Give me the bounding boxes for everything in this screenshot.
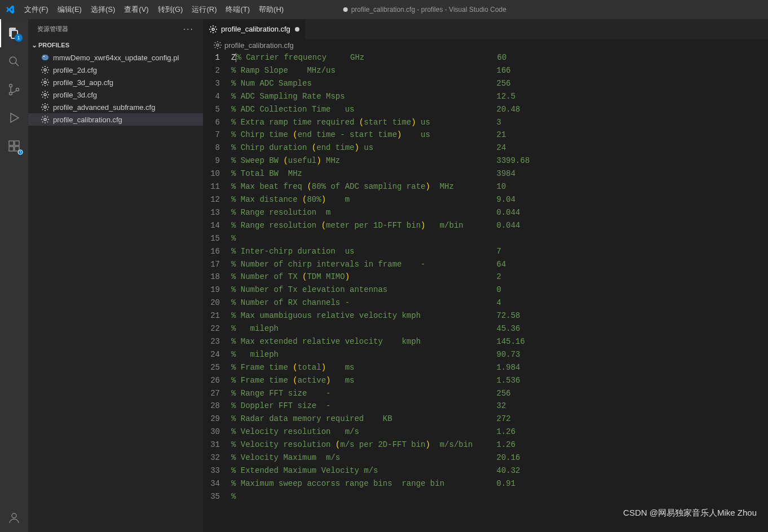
menu-item-4[interactable]: 转到(G)	[153, 0, 188, 19]
perl-icon	[41, 53, 50, 62]
code-line: 22% mileph 45.36	[203, 322, 768, 335]
line-number: 14	[203, 219, 231, 232]
file-item-profile-3d-aop-cfg[interactable]: profile_3d_aop.cfg	[28, 76, 203, 88]
sidebar-more-icon[interactable]: ···	[183, 24, 194, 34]
line-number: 31	[203, 438, 231, 451]
extensions-clock-badge-icon	[17, 149, 23, 155]
line-content: % Range FFT size - 256	[231, 387, 768, 400]
menu-item-0[interactable]: 文件(F)	[20, 0, 53, 19]
line-content: % Extended Maximum Velocity m/s 40.32	[231, 464, 768, 477]
line-content: % Maximum sweep accorss range bins range…	[231, 477, 768, 490]
file-item-profile-3d-cfg[interactable]: profile_3d.cfg	[28, 88, 203, 101]
line-content: % Velocity Maximum m/s 20.16	[231, 451, 768, 464]
gear-icon	[209, 25, 218, 34]
window-title-text: profile_calibration.cfg - profiles - Vis…	[351, 6, 506, 14]
gear-icon	[213, 41, 222, 50]
svg-rect-7	[15, 141, 19, 145]
file-item-profile-calibration-cfg[interactable]: profile_calibration.cfg	[28, 113, 203, 126]
menu-item-5[interactable]: 运行(R)	[187, 0, 221, 19]
line-number: 7	[203, 128, 231, 141]
tab-profile-calibration[interactable]: profile_calibration.cfg	[203, 19, 306, 39]
line-content: % Total BW MHz 3984	[231, 167, 768, 180]
sidebar-title: 资源管理器	[37, 25, 68, 33]
line-number: 35	[203, 490, 231, 503]
code-line: 19% Number of Tx elevation antennas 0	[203, 283, 768, 296]
svg-point-2	[10, 92, 12, 95]
code-line: 28% Doppler FFT size - 32	[203, 400, 768, 413]
line-content: % Max beat freq (80% of ADC sampling rat…	[231, 180, 768, 193]
code-line: 20% Number of RX channels - 4	[203, 296, 768, 309]
editor-content[interactable]: 1Z% Carrier frequency GHz 602% Ramp Slop…	[203, 51, 768, 532]
line-number: 19	[203, 283, 231, 296]
line-content: % Sweep BW (useful) MHz 3399.68	[231, 154, 768, 167]
line-number: 18	[203, 271, 231, 283]
code-line: 24% mileph 90.73	[203, 348, 768, 361]
line-number: 33	[203, 464, 231, 477]
code-line: 29% Radar data memory required KB 272	[203, 413, 768, 425]
code-line: 9% Sweep BW (useful) MHz 3399.68	[203, 154, 768, 167]
activity-extensions[interactable]	[0, 132, 28, 160]
svg-point-17	[217, 44, 219, 46]
line-number: 4	[203, 90, 231, 103]
line-content: %	[231, 490, 768, 503]
file-item-mmwdemo-xwr64xx-update-config-pl[interactable]: mmwDemo_xwr64xx_update_config.pl	[28, 51, 203, 64]
menu-item-7[interactable]: 帮助(H)	[254, 0, 288, 19]
code-line: 30% Velocity resolution m/s 1.26	[203, 425, 768, 438]
code-line: 27% Range FFT size - 256	[203, 387, 768, 400]
line-number: 13	[203, 206, 231, 219]
line-content: % Range resolution m 0.044	[231, 206, 768, 219]
code-line: 35%	[203, 490, 768, 503]
line-content: % Doppler FFT size - 32	[231, 400, 768, 413]
chevron-down-icon: ⌄	[32, 41, 37, 49]
line-content: % Number of RX channels - 4	[231, 296, 768, 309]
line-content: % Ramp Slope MHz/us 166	[231, 64, 768, 77]
line-content: % Number of Tx elevation antennas 0	[231, 283, 768, 296]
line-content: % mileph 90.73	[231, 348, 768, 361]
menu-item-3[interactable]: 查看(V)	[120, 0, 153, 19]
line-number: 9	[203, 154, 231, 167]
line-number: 23	[203, 335, 231, 348]
file-label: profile_advanced_subframe.cfg	[53, 103, 155, 112]
line-content: % Range resolution (meter per 1D-FFT bin…	[231, 219, 768, 232]
breadcrumb[interactable]: profile_calibration.cfg	[203, 39, 768, 51]
menu-item-6[interactable]: 终端(T)	[221, 0, 254, 19]
activity-account[interactable]	[0, 504, 28, 532]
svg-point-11	[44, 69, 46, 71]
code-line: 2% Ramp Slope MHz/us 166	[203, 64, 768, 77]
code-line: 13% Range resolution m 0.044	[203, 206, 768, 219]
activity-explorer[interactable]: 1	[0, 19, 28, 47]
code-line: 10% Total BW MHz 3984	[203, 167, 768, 180]
code-line: 34% Maximum sweep accorss range bins ran…	[203, 477, 768, 490]
code-line: 8% Chirp duration (end time) us 24	[203, 141, 768, 154]
line-content: % Number of TX (TDM MIMO) 2	[231, 271, 768, 283]
line-content: % Max umambiguous relative velocity kmph…	[231, 309, 768, 322]
line-content: % ADC Collection Time us 20.48	[231, 103, 768, 116]
line-content: % Max extended relative velocity kmph 14…	[231, 335, 768, 348]
line-number: 15	[203, 232, 231, 245]
sidebar-section-profiles[interactable]: ⌄ PROFILES	[28, 39, 203, 51]
line-number: 17	[203, 258, 231, 271]
activity-debug[interactable]	[0, 104, 28, 132]
line-number: 16	[203, 245, 231, 258]
line-content: % Num ADC Samples 256	[231, 77, 768, 90]
line-number: 22	[203, 322, 231, 335]
file-item-profile-2d-cfg[interactable]: profile_2d.cfg	[28, 64, 203, 76]
line-number: 26	[203, 374, 231, 387]
file-item-profile-advanced-subframe-cfg[interactable]: profile_advanced_subframe.cfg	[28, 101, 203, 113]
line-number: 1	[203, 51, 231, 64]
menu-item-2[interactable]: 选择(S)	[86, 0, 120, 19]
line-number: 28	[203, 400, 231, 413]
line-number: 11	[203, 180, 231, 193]
tab-label: profile_calibration.cfg	[221, 25, 290, 33]
svg-point-0	[10, 57, 16, 64]
code-line: 31% Velocity resolution (m/s per 2D-FFT …	[203, 438, 768, 451]
code-line: 16% Inter-chirp duration us 7	[203, 245, 768, 258]
line-content: % Frame time (total) ms 1.984	[231, 361, 768, 374]
activity-search[interactable]	[0, 47, 28, 76]
code-line: 17% Number of chirp intervals in frame -…	[203, 258, 768, 271]
svg-rect-4	[9, 141, 14, 145]
menu-item-1[interactable]: 编辑(E)	[53, 0, 86, 19]
code-line: 23% Max extended relative velocity kmph …	[203, 335, 768, 348]
code-line: 15%	[203, 232, 768, 245]
activity-scm[interactable]	[0, 76, 28, 104]
